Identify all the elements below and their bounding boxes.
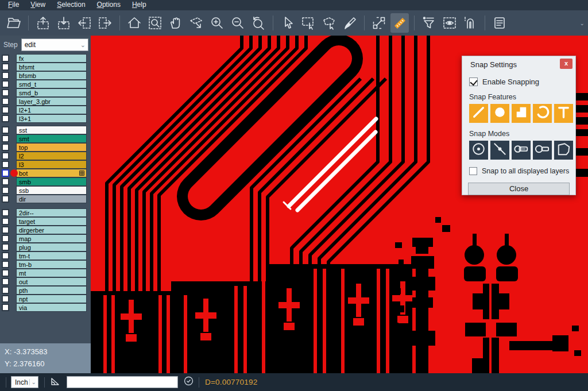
- layer-visibility-checkbox[interactable]: [2, 169, 9, 177]
- layer-visibility-checkbox[interactable]: [2, 98, 9, 105]
- dialog-title-bar[interactable]: Snap Settings x: [462, 56, 575, 71]
- layer-visibility-checkbox[interactable]: [2, 261, 9, 268]
- circle-check-icon[interactable]: [184, 376, 194, 388]
- layer-visibility-checkbox[interactable]: [2, 295, 9, 303]
- layer-row-l3[interactable]: l3: [0, 160, 91, 169]
- layer-name-label[interactable]: l2+1: [16, 106, 87, 114]
- layer-row-via[interactable]: via: [0, 303, 91, 312]
- layer-row-smt[interactable]: smt: [0, 134, 91, 143]
- layer-visibility-checkbox[interactable]: [2, 126, 9, 134]
- layer-name-label[interactable]: fx: [16, 54, 87, 63]
- move-right-button[interactable]: [96, 13, 114, 33]
- layer-row-bot[interactable]: bot: [0, 169, 91, 177]
- layer-row-layer_3.gbr[interactable]: layer_3.gbr: [0, 97, 91, 106]
- enable-snapping-checkbox[interactable]: [469, 78, 478, 86]
- arc-snap-button[interactable]: [533, 104, 552, 123]
- layer-visibility-checkbox[interactable]: [2, 72, 9, 79]
- layer-row-smb[interactable]: smb: [0, 177, 91, 186]
- layer-visibility-checkbox[interactable]: [2, 218, 9, 225]
- snap-magnet-button[interactable]: [461, 13, 479, 33]
- layer-name-label[interactable]: tm-t: [16, 251, 87, 260]
- layer-name-label[interactable]: smd_b: [16, 88, 87, 97]
- report-form-button[interactable]: [490, 13, 509, 33]
- layer-row-2dir--[interactable]: 2dir--: [0, 208, 91, 217]
- layer-visibility-checkbox[interactable]: [2, 304, 9, 311]
- layer-name-label[interactable]: sst: [16, 126, 87, 134]
- layer-name-label[interactable]: l2: [16, 152, 87, 160]
- status-input[interactable]: [67, 376, 178, 388]
- layer-row-top[interactable]: top: [0, 143, 91, 152]
- layer-visibility-checkbox[interactable]: [2, 226, 9, 234]
- surface-snap-button[interactable]: [512, 104, 531, 123]
- layer-row-tm-b[interactable]: tm-b: [0, 260, 91, 269]
- layer-visibility-checkbox[interactable]: [2, 89, 9, 96]
- point-on-line-snap-button[interactable]: [490, 141, 509, 160]
- pan-hand-button[interactable]: [167, 13, 185, 33]
- view-box-button[interactable]: [440, 13, 459, 33]
- layer-name-label[interactable]: bfsmb: [16, 71, 87, 80]
- layer-visibility-checkbox[interactable]: [2, 209, 9, 216]
- layer-name-label[interactable]: smt: [16, 134, 87, 143]
- close-button[interactable]: Close: [468, 183, 570, 195]
- unit-select[interactable]: Inch ⌄: [11, 376, 38, 388]
- snap-all-layers-checkbox[interactable]: [469, 167, 477, 175]
- layer-name-label[interactable]: pth: [16, 286, 87, 295]
- layer-name-label[interactable]: bot: [16, 169, 87, 177]
- layer-name-label[interactable]: map: [16, 234, 87, 243]
- layer-name-label[interactable]: l3: [16, 160, 87, 169]
- zoom-out-button[interactable]: [229, 13, 247, 33]
- layer-row-map[interactable]: map: [0, 234, 91, 243]
- layer-visibility-checkbox[interactable]: [2, 252, 9, 260]
- layer-visibility-checkbox[interactable]: [2, 235, 9, 242]
- layer-row-out[interactable]: out: [0, 277, 91, 286]
- layer-row-pth[interactable]: pth: [0, 286, 91, 295]
- layer-name-label[interactable]: layer_3.gbr: [16, 97, 87, 106]
- layer-visibility-checkbox[interactable]: [2, 269, 9, 277]
- measure-line-button[interactable]: [370, 13, 388, 33]
- layer-visibility-checkbox[interactable]: [2, 243, 9, 251]
- layer-name-label[interactable]: smb: [16, 177, 87, 186]
- layer-visibility-checkbox[interactable]: [2, 152, 9, 160]
- select-cursor-button[interactable]: [278, 13, 297, 33]
- layer-row-ssb[interactable]: ssb: [0, 186, 91, 195]
- menu-options[interactable]: Options: [91, 0, 126, 10]
- filter-button[interactable]: [420, 13, 438, 33]
- layer-visibility-checkbox[interactable]: [2, 187, 9, 194]
- menu-help[interactable]: Help: [126, 0, 152, 10]
- move-left-button[interactable]: [75, 13, 94, 33]
- layer-visibility-checkbox[interactable]: [2, 63, 9, 71]
- open-file-button[interactable]: [5, 13, 23, 33]
- layer-row-fx[interactable]: fx: [0, 54, 91, 63]
- layer-visibility-checkbox[interactable]: [2, 195, 9, 203]
- layer-visibility-checkbox[interactable]: [2, 144, 9, 151]
- move-down-button[interactable]: [55, 13, 73, 33]
- layer-visibility-checkbox[interactable]: [2, 178, 9, 185]
- layer-row-plug[interactable]: plug: [0, 243, 91, 251]
- layer-visibility-checkbox[interactable]: [2, 278, 9, 285]
- layer-row-smd_b[interactable]: smd_b: [0, 88, 91, 97]
- text-snap-button[interactable]: [554, 104, 573, 123]
- zoom-in-button[interactable]: [208, 13, 226, 33]
- layer-name-label[interactable]: via: [16, 303, 87, 312]
- layer-name-label[interactable]: ssb: [16, 186, 87, 195]
- layer-name-label[interactable]: bfsmt: [16, 63, 87, 71]
- layer-name-label[interactable]: 2dir--: [16, 208, 87, 217]
- zoom-fit-selection-button[interactable]: [146, 13, 164, 33]
- layer-row-l2[interactable]: l2: [0, 152, 91, 160]
- toolbar-overflow-chevron[interactable]: ⌄: [580, 20, 585, 26]
- menu-file[interactable]: File: [2, 0, 25, 10]
- layer-visibility-checkbox[interactable]: [2, 106, 9, 114]
- layer-visibility-checkbox[interactable]: [2, 55, 9, 62]
- layer-name-label[interactable]: dirgerber: [16, 226, 87, 234]
- layer-visibility-checkbox[interactable]: [2, 287, 9, 294]
- layer-name-label[interactable]: dir: [16, 195, 87, 203]
- pad-outline-snap-button[interactable]: [533, 141, 552, 160]
- rectangle-select-button[interactable]: [299, 13, 318, 33]
- home-view-button[interactable]: [125, 13, 144, 33]
- layer-name-label[interactable]: smd_t: [16, 80, 87, 88]
- layer-name-label[interactable]: mt: [16, 269, 87, 277]
- pad-snap-button[interactable]: [490, 104, 509, 123]
- layer-row-npt[interactable]: npt: [0, 295, 91, 303]
- layer-row-sst[interactable]: sst: [0, 126, 91, 134]
- center-snap-button[interactable]: [469, 141, 488, 160]
